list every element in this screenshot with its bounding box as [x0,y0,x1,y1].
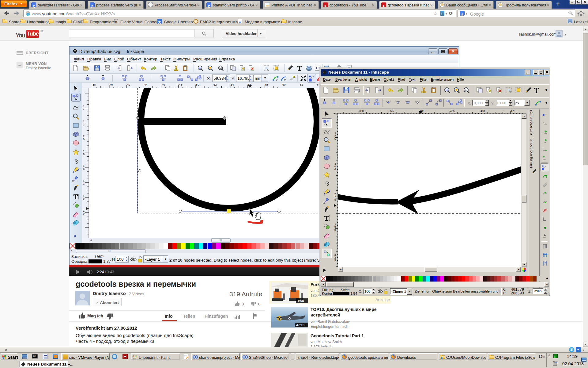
svg-text:425: 425 [450,109,454,113]
svg-text:0: 0 [334,168,336,171]
svg-text:5: 5 [334,137,336,140]
svg-text:475: 475 [511,109,515,113]
svg-text:0: 0 [334,228,336,232]
svg-text:4: 4 [83,182,85,186]
svg-text:1: 1 [83,179,85,182]
svg-text:44: 44 [144,83,148,86]
svg-text:1: 1 [83,150,85,153]
svg-text:42: 42 [127,83,130,86]
svg-text:5: 5 [334,259,336,262]
svg-text:38: 38 [92,83,96,86]
svg-text:0: 0 [83,138,85,141]
svg-text:58: 58 [265,83,269,86]
svg-text:48: 48 [179,83,182,86]
svg-text:2: 2 [83,120,85,123]
svg-text:60: 60 [282,83,286,86]
svg-text:375: 375 [390,109,394,113]
svg-text:54: 54 [231,83,234,86]
svg-text:6: 6 [83,167,85,171]
svg-text:350: 350 [359,109,364,113]
svg-text:0: 0 [83,212,85,215]
svg-text:5: 5 [334,198,336,201]
svg-text:1: 1 [83,194,85,197]
svg-text:52: 52 [213,83,217,86]
svg-text:50: 50 [196,83,199,86]
svg-text:8: 8 [83,153,85,156]
svg-text:450: 450 [481,109,485,113]
svg-text:1: 1 [83,209,85,212]
svg-text:62: 62 [300,83,303,86]
svg-text:4: 4 [83,108,85,111]
svg-text:1: 1 [83,164,85,167]
svg-text:2: 2 [83,197,85,201]
svg-text:2: 2 [83,105,85,108]
svg-text:46: 46 [162,83,165,86]
svg-text:40: 40 [110,83,113,86]
svg-text:2: 2 [83,135,85,138]
svg-text:2: 2 [83,123,85,126]
